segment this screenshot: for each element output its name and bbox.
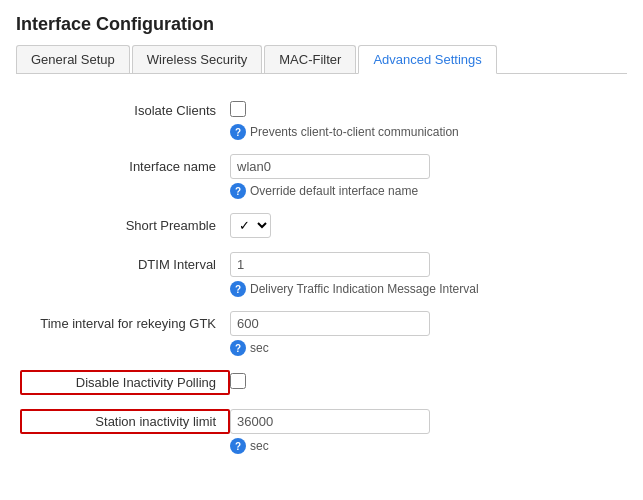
interface-name-input[interactable] — [230, 154, 430, 179]
interface-name-label: Interface name — [20, 154, 230, 174]
short-preamble-select[interactable]: ✓ ✗ — [230, 213, 271, 238]
disable-inactivity-polling-checkbox[interactable] — [230, 373, 246, 389]
tab-advanced-settings[interactable]: Advanced Settings — [358, 45, 496, 74]
dtim-interval-control: ? Delivery Traffic Indication Message In… — [230, 252, 623, 297]
dtim-interval-help-text: Delivery Traffic Indication Message Inte… — [250, 282, 479, 296]
station-inactivity-limit-unit: ? sec — [230, 438, 623, 454]
station-inactivity-limit-unit-text: sec — [250, 439, 269, 453]
interface-name-control: ? Override default interface name — [230, 154, 623, 199]
isolate-clients-checkbox[interactable] — [230, 101, 246, 117]
station-inactivity-limit-help-icon: ? — [230, 438, 246, 454]
dtim-interval-help-icon: ? — [230, 281, 246, 297]
page-title: Interface Configuration — [16, 14, 627, 35]
short-preamble-label: Short Preamble — [20, 213, 230, 233]
isolate-clients-help-icon: ? — [230, 124, 246, 140]
gtk-rekey-unit-text: sec — [250, 341, 269, 355]
station-inactivity-limit-control: ? sec — [230, 409, 623, 454]
gtk-rekey-input[interactable] — [230, 311, 430, 336]
interface-name-row: Interface name ? Override default interf… — [20, 154, 623, 199]
isolate-clients-help: ? Prevents client-to-client communicatio… — [230, 124, 623, 140]
short-preamble-row: Short Preamble ✓ ✗ — [20, 213, 623, 238]
dtim-interval-help: ? Delivery Traffic Indication Message In… — [230, 281, 623, 297]
interface-name-help: ? Override default interface name — [230, 183, 623, 199]
gtk-rekey-row: Time interval for rekeying GTK ? sec — [20, 311, 623, 356]
disable-inactivity-polling-row: Disable Inactivity Polling — [20, 370, 623, 395]
station-inactivity-limit-label: Station inactivity limit — [20, 409, 230, 434]
tabs-container: General Setup Wireless Security MAC-Filt… — [16, 45, 627, 74]
tab-mac-filter[interactable]: MAC-Filter — [264, 45, 356, 73]
disable-inactivity-polling-label: Disable Inactivity Polling — [20, 370, 230, 395]
dtim-interval-row: DTIM Interval ? Delivery Traffic Indicat… — [20, 252, 623, 297]
form-area: Isolate Clients ? Prevents client-to-cli… — [0, 82, 643, 484]
gtk-rekey-label: Time interval for rekeying GTK — [20, 311, 230, 331]
page-header: Interface Configuration General Setup Wi… — [0, 0, 643, 82]
short-preamble-control: ✓ ✗ — [230, 213, 623, 238]
tab-general-setup[interactable]: General Setup — [16, 45, 130, 73]
isolate-clients-label: Isolate Clients — [20, 98, 230, 118]
tab-wireless-security[interactable]: Wireless Security — [132, 45, 262, 73]
isolate-clients-row: Isolate Clients ? Prevents client-to-cli… — [20, 98, 623, 140]
disable-inactivity-polling-control — [230, 370, 623, 392]
station-inactivity-limit-row: Station inactivity limit ? sec — [20, 409, 623, 454]
station-inactivity-limit-input[interactable] — [230, 409, 430, 434]
dtim-interval-input[interactable] — [230, 252, 430, 277]
gtk-rekey-help-icon: ? — [230, 340, 246, 356]
isolate-clients-control: ? Prevents client-to-client communicatio… — [230, 98, 623, 140]
interface-name-help-icon: ? — [230, 183, 246, 199]
isolate-clients-help-text: Prevents client-to-client communication — [250, 125, 459, 139]
gtk-rekey-control: ? sec — [230, 311, 623, 356]
interface-name-help-text: Override default interface name — [250, 184, 418, 198]
gtk-rekey-unit: ? sec — [230, 340, 623, 356]
dtim-interval-label: DTIM Interval — [20, 252, 230, 272]
